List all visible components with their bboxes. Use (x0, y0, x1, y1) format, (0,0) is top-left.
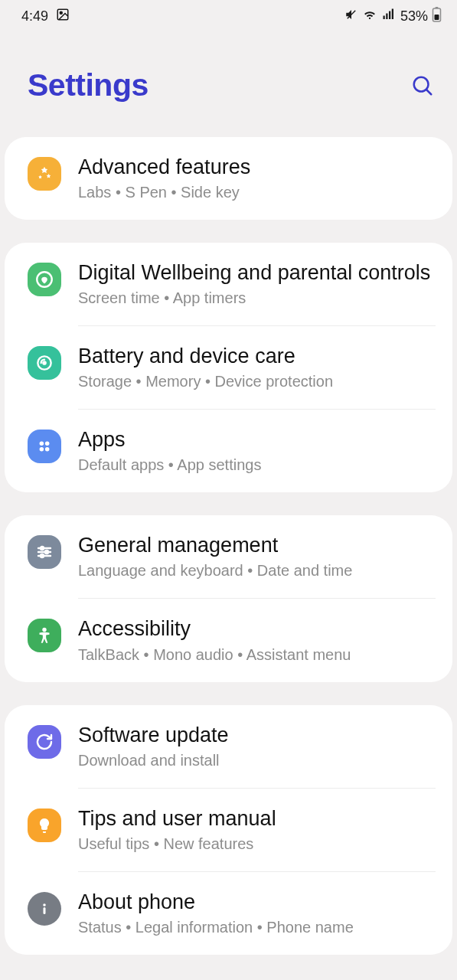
advanced-features-icon (28, 157, 61, 191)
item-text: Advanced features Labs • S Pen • Side ke… (78, 154, 436, 203)
svg-rect-5 (392, 8, 393, 19)
svg-rect-2 (383, 15, 384, 19)
settings-group: Digital Wellbeing and parental controls … (5, 243, 452, 492)
item-title: Apps (78, 426, 436, 453)
page-title: Settings (28, 67, 149, 103)
item-title: About phone (78, 889, 436, 916)
svg-point-25 (43, 903, 46, 906)
mute-icon (344, 8, 358, 25)
item-sub: Useful tips • New features (78, 834, 436, 854)
item-sub: Language and keyboard • Date and time (78, 560, 436, 581)
battery-icon (432, 7, 442, 26)
item-title: Accessibility (78, 616, 436, 642)
svg-rect-26 (44, 907, 46, 914)
item-text: Tips and user manual Useful tips • New f… (78, 805, 436, 854)
svg-point-24 (42, 628, 46, 632)
svg-rect-8 (436, 7, 439, 8)
signal-icon (381, 8, 397, 25)
item-sub: Default apps • App settings (78, 455, 436, 475)
svg-point-14 (40, 442, 44, 446)
software-update-icon (28, 725, 61, 759)
svg-point-13 (43, 362, 45, 364)
item-accessibility[interactable]: Accessibility TalkBack • Mono audio • As… (5, 599, 452, 681)
about-phone-icon (28, 892, 61, 926)
item-title: Software update (78, 722, 436, 749)
item-text: Battery and device care Storage • Memory… (78, 343, 436, 392)
status-left: 4:49 (21, 8, 70, 25)
item-sub: TalkBack • Mono audio • Assistant menu (78, 645, 436, 665)
svg-point-23 (41, 554, 44, 557)
item-text: Software update Download and install (78, 722, 436, 771)
item-about-phone[interactable]: About phone Status • Legal information •… (5, 872, 452, 955)
svg-rect-4 (389, 11, 390, 19)
search-button[interactable] (410, 73, 436, 99)
item-title: General management (78, 532, 436, 559)
svg-point-17 (45, 447, 49, 452)
search-icon (411, 74, 434, 97)
wifi-icon (362, 8, 377, 25)
header: Settings (0, 29, 457, 137)
item-apps[interactable]: Apps Default apps • App settings (5, 410, 452, 492)
wellbeing-icon (28, 263, 61, 296)
svg-rect-3 (386, 13, 387, 19)
battery-percent: 53% (400, 8, 428, 24)
gallery-icon (56, 8, 70, 25)
item-title: Digital Wellbeing and parental controls (78, 260, 436, 286)
accessibility-icon (28, 619, 61, 652)
svg-point-16 (40, 447, 44, 452)
item-text: About phone Status • Legal information •… (78, 889, 436, 938)
item-text: Digital Wellbeing and parental controls … (78, 260, 436, 309)
item-sub: Storage • Memory • Device protection (78, 371, 436, 392)
item-title: Advanced features (78, 154, 436, 181)
item-battery-device-care[interactable]: Battery and device care Storage • Memory… (5, 326, 452, 409)
settings-group: General management Language and keyboard… (5, 515, 452, 681)
settings-group: Software update Download and install Tip… (5, 705, 452, 955)
item-text: General management Language and keyboard… (78, 532, 436, 581)
general-icon (28, 535, 61, 569)
clock: 4:49 (21, 8, 48, 24)
settings-group: Advanced features Labs • S Pen • Side ke… (5, 137, 452, 220)
item-software-update[interactable]: Software update Download and install (5, 705, 452, 788)
item-general-management[interactable]: General management Language and keyboard… (5, 515, 452, 598)
svg-line-10 (426, 90, 431, 94)
item-advanced-features[interactable]: Advanced features Labs • S Pen • Side ke… (5, 137, 452, 220)
apps-icon (28, 430, 61, 463)
item-text: Accessibility TalkBack • Mono audio • As… (78, 616, 436, 665)
svg-point-22 (45, 550, 48, 554)
item-sub: Status • Legal information • Phone name (78, 917, 436, 938)
item-sub: Screen time • App timers (78, 288, 436, 309)
status-bar: 4:49 53% (0, 0, 457, 29)
svg-rect-7 (435, 15, 439, 20)
item-text: Apps Default apps • App settings (78, 426, 436, 475)
item-title: Tips and user manual (78, 805, 436, 832)
device-care-icon (28, 346, 61, 380)
item-digital-wellbeing[interactable]: Digital Wellbeing and parental controls … (5, 243, 452, 325)
svg-point-21 (41, 547, 44, 550)
item-title: Battery and device care (78, 343, 436, 370)
tips-icon (28, 808, 61, 842)
status-right: 53% (344, 7, 442, 26)
item-sub: Labs • S Pen • Side key (78, 182, 436, 203)
item-tips-manual[interactable]: Tips and user manual Useful tips • New f… (5, 789, 452, 871)
item-sub: Download and install (78, 750, 436, 771)
svg-point-15 (45, 442, 49, 446)
svg-point-1 (60, 11, 62, 14)
